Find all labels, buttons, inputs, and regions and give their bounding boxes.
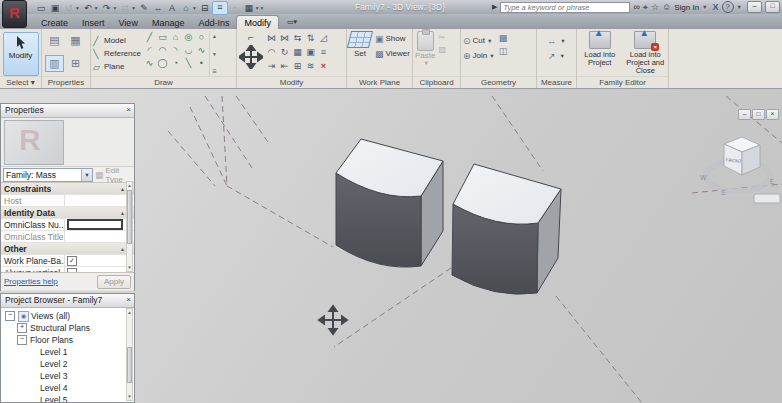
project-browser-close-icon[interactable]: × [126, 294, 131, 306]
revit-app-menu-button[interactable]: R [2, 0, 27, 28]
maximize-button[interactable]: □ [765, 1, 780, 13]
collapse-icon[interactable]: − [5, 311, 15, 321]
tree-item-level-4[interactable]: Level 4 [1, 382, 134, 394]
sign-in-button[interactable]: Sign In [674, 3, 699, 12]
demolish-icon[interactable]: ◫ [499, 46, 508, 56]
spline-tool[interactable]: ∿ [195, 44, 208, 57]
user-icon[interactable]: ☺ [662, 2, 671, 13]
help-icon[interactable]: ? [722, 1, 734, 13]
aligned-dimension-button[interactable]: ↔▼ [547, 33, 565, 48]
reference-line-tool[interactable]: ╲Reference [93, 47, 141, 60]
element-properties-icon[interactable]: ▤ [45, 32, 64, 49]
aligned-dimension-icon[interactable]: ↔ [151, 2, 165, 14]
start-end-radius-arc-tool[interactable]: ◜ [143, 44, 156, 57]
ribbon-state-toggle-icon[interactable]: ▭▾ [287, 18, 297, 29]
apply-button[interactable]: Apply [97, 275, 131, 289]
view-window-restore-icon[interactable]: □ [752, 109, 765, 120]
family-editor-panel-label[interactable]: Family Editor [577, 76, 668, 88]
pattern-tool[interactable]: ▦ [291, 45, 304, 59]
property-checkbox[interactable]: ✓ [67, 256, 77, 266]
scroll-down-icon[interactable]: ▼ [127, 394, 132, 399]
split-tool[interactable]: ⇥ [265, 59, 278, 73]
family-category-icon[interactable]: ⊞ [66, 55, 85, 72]
type-selector-caret-icon[interactable]: ▼ [81, 169, 92, 181]
mass-extrusion-2[interactable] [452, 164, 561, 294]
scrollbar-thumb[interactable] [127, 190, 132, 244]
tree-item-level-3[interactable]: Level 3 [1, 370, 134, 382]
property-value[interactable]: ✓ [64, 255, 126, 266]
section-collapse-icon[interactable]: ▴ [121, 185, 124, 192]
cope-tool[interactable]: ◠ [265, 45, 278, 59]
compass-east-label[interactable]: E [770, 178, 775, 185]
load-into-project-and-close-button[interactable]: ▲× Load into Project and Close [625, 31, 667, 76]
section-icon[interactable]: ⊟ [198, 2, 212, 14]
cut-geometry-button[interactable]: ⊙Cut▼ [463, 33, 495, 48]
undo-icon[interactable]: ↶ [81, 2, 95, 14]
tab-insert[interactable]: Insert [75, 16, 112, 29]
delete-tool[interactable]: × [317, 59, 330, 73]
property-value[interactable] [64, 219, 126, 230]
compass-west-label[interactable]: W [700, 174, 707, 181]
tab-manage[interactable]: Manage [145, 16, 192, 29]
tree-item-level-1[interactable]: Level 1 [1, 346, 134, 358]
redo-icon[interactable]: ↷ [100, 2, 114, 14]
tree-item-floor-plans[interactable]: −Floor Plans [1, 334, 134, 346]
undo-caret-icon[interactable]: ▾ [95, 5, 98, 11]
browser-scrollbar[interactable]: ▲ ▼ [126, 308, 133, 401]
join-geometry-button[interactable]: ⊛Join▼ [463, 48, 495, 63]
cut-caret-icon[interactable]: ▼ [487, 38, 492, 44]
help-caret-icon[interactable]: ▼ [737, 4, 742, 10]
modify-panel-label[interactable]: Modify [237, 76, 346, 88]
search-collapse-icon[interactable]: ▶ [492, 3, 497, 11]
tree-item-structural-plans[interactable]: +Structural Plans [1, 322, 134, 334]
properties-panel-label[interactable]: Properties [42, 76, 90, 88]
scroll-up-icon[interactable]: ▲ [212, 33, 217, 39]
favorites-star-icon[interactable]: ☆ [651, 2, 659, 13]
tangent-end-arc-tool[interactable]: ◝ [169, 44, 182, 57]
switch-windows-icon[interactable]: ▦ [242, 2, 256, 14]
save-icon[interactable]: ▣ [48, 2, 62, 14]
thin-lines-icon[interactable]: ≡ [212, 1, 228, 15]
circumscribed-polygon-tool[interactable]: ◎ [182, 31, 195, 44]
text-icon[interactable]: A [165, 2, 179, 14]
scroll-up-icon[interactable]: ▲ [127, 183, 132, 188]
default-3d-view-caret-icon[interactable]: ▾ [193, 5, 196, 11]
spline-through-points-tool[interactable]: ∿ [143, 57, 156, 70]
mass-extrusion-1[interactable] [336, 139, 443, 267]
sync-with-central-caret-icon[interactable]: ▾ [76, 5, 79, 11]
tab-modify[interactable]: Modify [236, 15, 279, 29]
fillet-arc-tool[interactable]: ◡ [182, 44, 195, 57]
align-elements-tool[interactable]: ⇤ [278, 59, 291, 73]
tree-item-level-2[interactable]: Level 2 [1, 358, 134, 370]
property-value[interactable] [64, 195, 126, 206]
inscribed-polygon-tool[interactable]: ⌂ [169, 31, 182, 44]
open-icon[interactable]: ▭ [34, 2, 48, 14]
point-tool[interactable]: • [195, 57, 208, 70]
draw-panel-label[interactable]: Draw [91, 76, 236, 88]
move-icon[interactable] [239, 45, 263, 69]
pin-tool[interactable]: ▣ [304, 45, 317, 59]
properties-palette-title[interactable]: Properties × [1, 104, 134, 118]
scroll-up-icon[interactable]: ▲ [127, 310, 132, 315]
center-ends-arc-tool[interactable]: ◠ [156, 44, 169, 57]
partial-ellipse-tool[interactable]: ◔ [169, 57, 182, 70]
view-window-minimize-icon[interactable]: – [738, 109, 751, 120]
scroll-down-icon[interactable]: ▼ [212, 51, 217, 57]
paste-button[interactable]: Paste ▼ [415, 31, 435, 76]
clipboard-panel-label[interactable]: Clipboard [413, 76, 460, 88]
array-tool[interactable]: ⊞ [291, 59, 304, 73]
tab-view[interactable]: View [112, 16, 145, 29]
property-value[interactable] [64, 231, 126, 242]
trim-extend-single-tool[interactable]: ⋈ [265, 31, 278, 45]
offset-tool[interactable]: ⇆ [291, 31, 304, 45]
properties-close-icon[interactable]: × [126, 104, 131, 116]
section-collapse-icon[interactable]: ▴ [121, 245, 124, 252]
modify-tool-button[interactable]: Modify [3, 32, 39, 76]
project-browser-title[interactable]: Project Browser - Family7 × [1, 294, 134, 308]
default-3d-view-icon[interactable]: ⌂ [179, 2, 193, 14]
geometry-panel-label[interactable]: Geometry [461, 76, 536, 88]
search-input[interactable] [500, 2, 630, 13]
mirror-tool[interactable]: ⇅ [304, 31, 317, 45]
scale-tool[interactable]: ◿ [317, 31, 330, 45]
section-collapse-icon[interactable]: ▴ [121, 209, 124, 216]
